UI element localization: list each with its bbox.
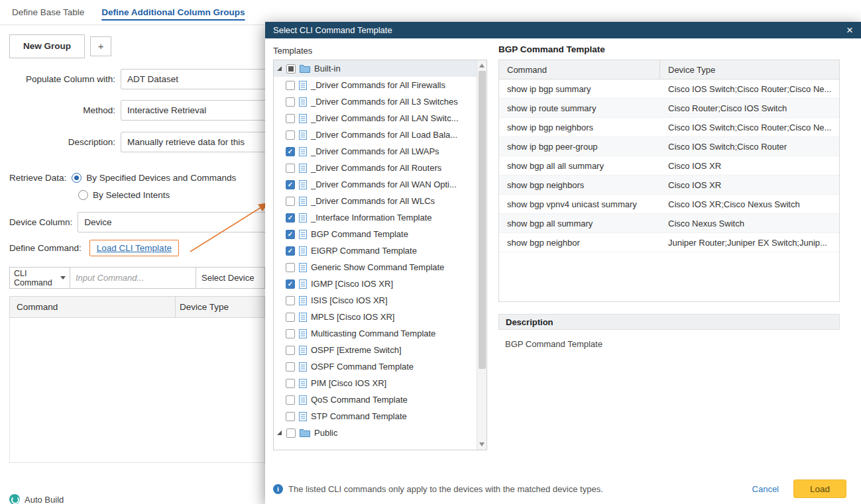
template-checkbox[interactable]	[286, 346, 295, 355]
tree-node-label: Public	[314, 428, 337, 438]
tree-item[interactable]: _Driver Commands for All Load Bala...	[274, 126, 477, 143]
tree-item[interactable]: Generic Show Command Template	[274, 259, 477, 276]
tab-new-group[interactable]: New Group	[9, 34, 85, 58]
preview-table: Command Device Type show ip bgp summaryC…	[498, 60, 840, 302]
close-icon[interactable]: ×	[846, 25, 853, 36]
tree-item[interactable]: EIGRP Command Template	[274, 242, 477, 259]
preview-table-row[interactable]: show ip route summaryCisco Router;Cisco …	[499, 99, 839, 118]
select-device-button[interactable]: Select Device	[196, 268, 264, 288]
tree-item[interactable]: _Driver Commands for All LAN Switc...	[274, 110, 477, 126]
scrollbar-thumb[interactable]	[479, 71, 486, 369]
template-checkbox[interactable]	[286, 130, 295, 140]
tree-item[interactable]: ISIS [Cisco IOS XR]	[274, 292, 477, 309]
device-type-cell: Cisco Nexus Switch	[660, 214, 839, 232]
tree-item[interactable]: _Driver Commands for All LWAPs	[274, 143, 477, 160]
description-header: Description	[498, 314, 840, 330]
template-label: PIM [Cisco IOS XR]	[311, 378, 386, 388]
cli-command-dropdown[interactable]: CLI Command	[10, 268, 70, 288]
template-checkbox[interactable]	[286, 81, 295, 90]
load-button[interactable]: Load	[793, 479, 846, 498]
tree-item[interactable]: _Driver Commands for All WLCs	[274, 193, 477, 209]
template-checkbox[interactable]	[286, 263, 295, 272]
auto-build-label: Auto Build	[25, 495, 64, 504]
column-header-device-type[interactable]: Device Type	[176, 297, 264, 317]
auto-build-icon[interactable]	[9, 494, 20, 504]
template-checkbox[interactable]	[286, 412, 295, 421]
template-checkbox[interactable]	[286, 395, 295, 405]
template-checkbox[interactable]	[286, 379, 295, 388]
template-label: _Driver Commands for All LAN Switc...	[311, 113, 459, 123]
tree-item[interactable]: PIM [Cisco IOS XR]	[274, 375, 477, 391]
column-header-command[interactable]: Command	[10, 297, 176, 317]
populate-column-input[interactable]: ADT Dataset	[121, 69, 274, 89]
method-input[interactable]: Interactive Retrieval	[121, 100, 274, 121]
template-checkbox[interactable]	[286, 329, 295, 338]
preview-table-row[interactable]: show bgp vpnv4 unicast summaryCisco IOS …	[499, 195, 839, 214]
template-checkbox[interactable]	[286, 246, 295, 256]
template-checkbox[interactable]	[286, 97, 295, 107]
template-checkbox[interactable]	[286, 114, 295, 123]
command-cell: show ip bgp summary	[499, 79, 660, 98]
expand-icon[interactable]	[277, 66, 282, 71]
template-checkbox[interactable]	[286, 213, 295, 223]
document-icon	[299, 412, 307, 421]
tree-item[interactable]: Multicasting Command Template	[274, 325, 477, 342]
dialog-titlebar[interactable]: Select CLI Command Template ×	[265, 22, 861, 38]
built-in-checkbox[interactable]	[286, 64, 296, 74]
add-group-button[interactable]: +	[90, 36, 111, 56]
preview-table-row[interactable]: show ip bgp summaryCisco IOS Switch;Cisc…	[499, 79, 839, 99]
command-table-header: Command Device Type	[9, 296, 265, 318]
tree-item[interactable]: _Driver Commands for All L3 Switches	[274, 93, 477, 110]
tree-scrollbar[interactable]	[477, 60, 487, 450]
radio-by-selected-intents[interactable]	[78, 190, 88, 200]
tree-item[interactable]: _Driver Commands for All Firewalls	[274, 77, 477, 93]
tree-item[interactable]: MPLS [Cisco IOS XR]	[274, 309, 477, 325]
tree-item[interactable]: _Interface Information Template	[274, 209, 477, 226]
template-label: Multicasting Command Template	[311, 328, 435, 338]
preview-table-row[interactable]: show bgp neighborsCisco IOS XR	[499, 176, 839, 195]
document-icon	[299, 180, 307, 189]
cancel-button[interactable]: Cancel	[752, 484, 779, 494]
template-label: QoS Command Template	[311, 395, 408, 405]
tab-define-base-table[interactable]: Define Base Table	[12, 7, 84, 17]
preview-table-row[interactable]: show ip bgp peer-groupCisco IOS Switch;C…	[499, 137, 839, 156]
template-checkbox[interactable]	[286, 362, 295, 372]
cli-command-bar: CLI Command Input Command... Select Devi…	[9, 267, 265, 289]
template-checkbox[interactable]	[286, 147, 295, 156]
tree-item[interactable]: OSPF Command Template	[274, 358, 477, 375]
tree-item[interactable]: QoS Command Template	[274, 391, 477, 408]
command-input[interactable]: Input Command...	[70, 268, 196, 288]
tree-item[interactable]: STP Command Template	[274, 408, 477, 425]
command-cell: show bgp all summary	[499, 214, 660, 232]
template-checkbox[interactable]	[286, 197, 295, 206]
tree-node-public[interactable]: Public	[274, 425, 477, 441]
tab-define-additional-column-groups[interactable]: Define Additional Column Groups	[101, 7, 245, 17]
tree-item[interactable]: BGP Command Template	[274, 226, 477, 242]
tree-item[interactable]: _Driver Commands for All WAN Opti...	[274, 176, 477, 193]
preview-table-row[interactable]: show bgp neighborJuniper Router;Juniper …	[499, 233, 839, 252]
tree-item[interactable]: OSPF [Extreme Switch]	[274, 342, 477, 358]
preview-table-row[interactable]: show bgp all summaryCisco Nexus Switch	[499, 214, 839, 233]
column-header-device-type[interactable]: Device Type	[660, 60, 839, 79]
tree-item[interactable]: IGMP [Cisco IOS XR]	[274, 276, 477, 292]
template-label: _Driver Commands for All Firewalls	[311, 80, 445, 90]
description-input[interactable]: Manually retrieve data for this	[121, 132, 274, 152]
template-checkbox[interactable]	[286, 296, 295, 305]
template-checkbox[interactable]	[286, 164, 295, 173]
column-header-command[interactable]: Command	[499, 60, 660, 79]
tree-node-built-in[interactable]: Built-in	[274, 60, 477, 77]
template-checkbox[interactable]	[286, 230, 295, 239]
template-checkbox[interactable]	[286, 313, 295, 322]
radio-by-selected-intents-label: By Selected Intents	[93, 190, 170, 200]
load-cli-template-link[interactable]: Load CLI Template	[97, 243, 172, 253]
preview-table-row[interactable]: show bgp all all summaryCisco IOS XR	[499, 156, 839, 176]
scroll-down-icon[interactable]	[479, 442, 485, 446]
template-checkbox[interactable]	[286, 180, 295, 189]
expand-icon[interactable]	[277, 430, 282, 435]
radio-by-specified-devices[interactable]	[72, 173, 82, 183]
tree-item[interactable]: _Driver Commands for All Routers	[274, 160, 477, 176]
public-checkbox[interactable]	[286, 428, 296, 438]
scroll-up-icon[interactable]	[479, 64, 485, 68]
preview-table-row[interactable]: show ip bgp neighborsCisco IOS Switch;Ci…	[499, 118, 839, 137]
template-checkbox[interactable]	[286, 279, 295, 289]
